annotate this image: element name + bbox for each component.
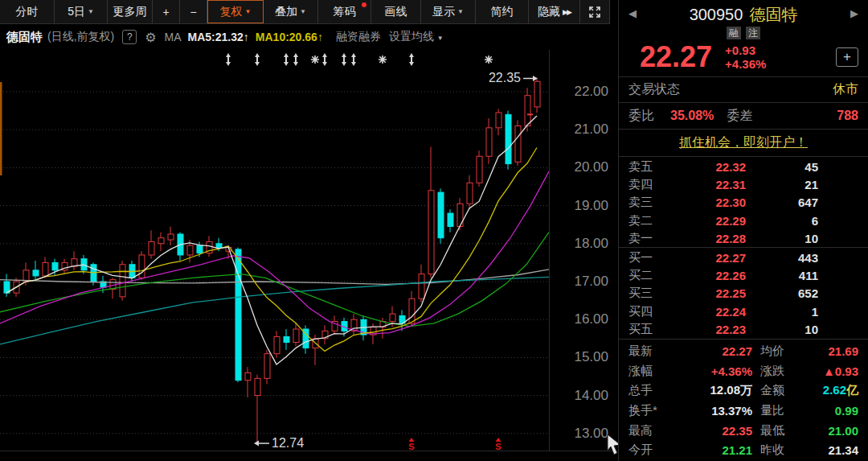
ma10-value: MA10:20.66↑	[256, 31, 323, 43]
display-button[interactable]: 显示▼	[421, 0, 476, 23]
sell-level-row[interactable]: 卖五22.3245	[619, 158, 868, 175]
stat-value: 21.21	[678, 443, 752, 457]
up-arrow-icon: ↑	[317, 31, 323, 43]
hide-button[interactable]: 隐藏▶▶	[529, 0, 580, 23]
tab-more-periods[interactable]: 更多周	[108, 0, 153, 23]
fullscreen-icon[interactable]	[580, 0, 610, 23]
buy-level-row[interactable]: 买四22.241	[619, 303, 868, 320]
stats-row: 最新22.27均价21.69	[619, 341, 868, 361]
svg-text:S: S	[495, 442, 501, 451]
level-price: 22.23	[665, 323, 746, 336]
tab-5day[interactable]: 5日▼	[55, 0, 108, 23]
svg-text:22.35: 22.35	[489, 71, 521, 84]
margin-trading-link[interactable]: 融资融券	[336, 30, 381, 44]
stats-row: 涨幅+4.36%涨跌▲0.93	[619, 361, 868, 381]
level-volume: 10	[746, 232, 818, 245]
stat-value: 12.08万	[678, 383, 752, 398]
weicha-value: 788	[837, 109, 858, 123]
price-tick-label: 14.00	[574, 388, 608, 404]
prev-stock-icon[interactable]: ◀	[628, 7, 637, 19]
add-to-watchlist-button[interactable]: +	[836, 47, 858, 67]
level-price: 22.30	[665, 196, 746, 209]
stat-label: 昨收	[752, 442, 810, 458]
stat-label: 今开	[628, 442, 678, 458]
zoom-out-button[interactable]: −	[180, 0, 207, 23]
price-tick-label: 13.00	[574, 426, 608, 442]
event-updown-marker	[284, 53, 289, 66]
sell-level-row[interactable]: 卖一22.2810	[619, 230, 868, 248]
event-star-marker	[311, 56, 319, 64]
stats-row: 总手12.08万金额2.62亿	[619, 381, 868, 401]
chevron-down-icon: ▼	[245, 8, 252, 15]
button-label: 叠加	[275, 5, 297, 19]
stat-value: 22.27	[678, 344, 752, 358]
button-label: 简约	[491, 5, 514, 19]
chart-bottom-border	[0, 451, 618, 451]
stock-code: 300950	[690, 6, 743, 24]
level-volume: 6	[746, 214, 818, 228]
sell-level-row[interactable]: 卖四22.3121	[619, 175, 868, 193]
event-star-marker	[485, 56, 493, 64]
level-volume: 45	[746, 160, 818, 174]
buy-level-row[interactable]: 买一22.27443	[619, 249, 868, 266]
stat-label: 最新	[628, 344, 678, 359]
red-dot-badge	[362, 2, 366, 7]
button-label: 复权	[220, 5, 243, 19]
adjust-mode-button[interactable]: 复权▼	[207, 0, 264, 23]
draw-line-button[interactable]: 画线	[371, 0, 421, 23]
trading-status-row: 交易状态 休市	[619, 76, 868, 102]
fullscreen-icon	[588, 6, 601, 19]
buy-level-row[interactable]: 买二22.26411	[619, 266, 868, 284]
ma-settings-button[interactable]: 设置均线 ▼	[389, 30, 444, 44]
buy-level-row[interactable]: 买三22.25652	[619, 285, 868, 303]
stat-label: 量比	[752, 403, 810, 418]
event-star-marker	[379, 56, 387, 64]
buy-level-row[interactable]: 买五22.2310	[619, 321, 868, 339]
price-change: +0.93 +4.36%	[725, 43, 766, 71]
chips-button[interactable]: 筹码	[318, 0, 371, 23]
gear-icon[interactable]: ⚙	[145, 30, 156, 45]
s-event-marker: S	[495, 438, 501, 451]
ma-label: MA	[165, 31, 182, 43]
stat-label: 换手*	[628, 403, 678, 418]
button-label: 画线	[385, 5, 407, 19]
level-price: 22.32	[665, 160, 746, 174]
stat-label: 涨跌	[752, 364, 810, 379]
stat-value: 21.00	[810, 424, 858, 438]
chevron-down-icon: ▼	[300, 8, 306, 15]
stat-label: 金额	[752, 383, 810, 398]
price-tick-label: 19.00	[574, 198, 608, 214]
stat-value: +4.36%	[678, 364, 752, 378]
overlay-button[interactable]: 叠加▼	[264, 0, 318, 23]
zoom-in-button[interactable]: +	[153, 0, 180, 23]
weibi-label: 委比	[628, 108, 654, 125]
stat-unit: 亿	[846, 383, 858, 397]
sell-levels: 卖五22.3245卖四22.3121卖三22.30647卖二22.296卖一22…	[619, 157, 868, 248]
level-label: 买二	[628, 268, 665, 283]
simple-mode-button[interactable]: 简约	[476, 0, 529, 23]
open-account-link[interactable]: 抓住机会，即刻开户！	[679, 134, 808, 151]
candlestick-chart[interactable]: SS22.3512.74	[0, 50, 549, 451]
button-label: 隐藏	[538, 5, 560, 19]
level-label: 卖一	[628, 231, 665, 246]
stat-value: 21.34	[810, 443, 858, 457]
quote-header: ◀ ▶ 300950 德固特 融 注 22.27 +0.93 +4.36% +	[619, 0, 868, 76]
chart-toolbar: 分时5日▼更多周+−复权▼叠加▼筹码画线显示▼简约隐藏▶▶	[0, 0, 610, 24]
level-volume: 10	[746, 323, 818, 336]
level-volume: 21	[746, 178, 818, 191]
event-updown-marker	[351, 53, 356, 66]
sell-level-row[interactable]: 卖三22.30647	[619, 194, 868, 212]
next-stock-icon[interactable]: ▶	[850, 7, 858, 19]
help-icon[interactable]: ?	[122, 30, 137, 44]
level-volume: 1	[746, 305, 818, 319]
price-tick-label: 15.00	[574, 349, 608, 365]
stat-label: 均价	[752, 344, 810, 359]
price-tick-label: 18.00	[574, 236, 608, 252]
status-label: 交易状态	[628, 81, 680, 98]
sell-level-row[interactable]: 卖二22.296	[619, 212, 868, 229]
stock-badges: 融 注	[619, 27, 868, 39]
level-volume: 443	[746, 251, 818, 265]
chevron-down-icon: ▼	[457, 8, 464, 15]
tab-timeline[interactable]: 分时	[0, 0, 55, 23]
price-tick-label: 21.00	[574, 121, 608, 138]
